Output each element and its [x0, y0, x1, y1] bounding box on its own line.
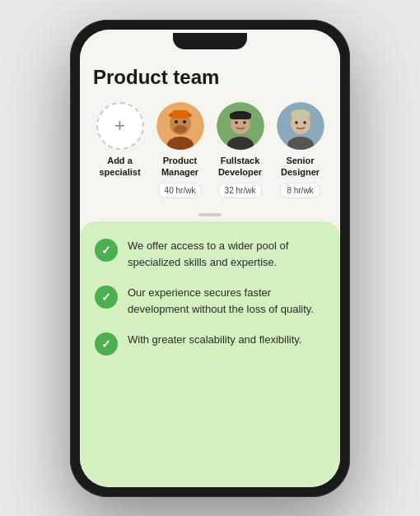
team-title: Product team: [93, 66, 327, 89]
notch: [173, 33, 247, 49]
svg-point-7: [174, 125, 187, 133]
team-members: + Add aspecialist: [93, 102, 327, 199]
member-fd-rate: 32 hr/wk: [218, 183, 263, 198]
avatar-pm: [156, 102, 204, 150]
check-icon-2: ✓: [101, 291, 111, 303]
member-pm: Product Manager 40 hr/wk: [153, 102, 207, 199]
member-pm-rate: 40 hr/wk: [158, 183, 203, 198]
svg-point-5: [175, 120, 178, 123]
benefit-item-2: ✓ Our experience secures faster developm…: [95, 285, 325, 317]
svg-point-13: [235, 121, 238, 124]
benefits-panel: ✓ We offer access to a wider pool of spe…: [80, 221, 340, 486]
member-sd-rate: 8 hr/wk: [280, 183, 320, 198]
svg-point-19: [295, 121, 298, 124]
add-specialist-avatar[interactable]: +: [96, 102, 144, 150]
svg-rect-12: [230, 113, 251, 119]
benefit-text-1: We offer access to a wider pool of speci…: [128, 238, 325, 270]
benefit-text-3: With greater scalability and flexibility…: [128, 332, 301, 348]
add-specialist-item[interactable]: + Add aspecialist: [93, 102, 147, 179]
app-content: Product team + Add aspecialist: [80, 53, 340, 487]
phone-screen: Product team + Add aspecialist: [80, 30, 340, 487]
benefit-item-3: ✓ With greater scalability and flexibili…: [95, 332, 325, 356]
member-sd-label: Senior Designer: [273, 155, 327, 179]
top-bar: [80, 30, 340, 53]
svg-point-20: [303, 121, 306, 124]
add-specialist-label: Add aspecialist: [99, 155, 140, 179]
avatar-fd: [217, 102, 264, 150]
avatar-fd-svg: [217, 102, 264, 150]
benefit-text-2: Our experience secures faster developmen…: [128, 285, 325, 317]
benefit-item-1: ✓ We offer access to a wider pool of spe…: [95, 238, 325, 270]
member-sd: Senior Designer 8 hr/wk: [273, 102, 327, 199]
svg-point-6: [183, 120, 186, 123]
check-circle-2: ✓: [95, 286, 118, 309]
member-fd: Fullstack Developer 32 hr/wk: [213, 102, 267, 199]
scroll-dot: [198, 213, 222, 216]
check-circle-3: ✓: [95, 332, 118, 356]
phone-frame: Product team + Add aspecialist: [70, 20, 350, 497]
member-pm-label: Product Manager: [153, 155, 207, 179]
avatar-sd: [277, 102, 324, 150]
svg-point-14: [243, 121, 246, 124]
check-circle-1: ✓: [95, 239, 118, 262]
check-icon-1: ✓: [101, 244, 111, 256]
team-section: Product team + Add aspecialist: [80, 53, 340, 209]
scroll-indicator: [80, 208, 340, 221]
check-icon-3: ✓: [101, 338, 111, 350]
svg-rect-4: [171, 110, 189, 119]
svg-point-18: [291, 109, 310, 119]
plus-icon: +: [114, 115, 125, 137]
avatar-pm-svg: [156, 102, 204, 150]
member-fd-label: Fullstack Developer: [213, 155, 267, 179]
avatar-sd-svg: [277, 102, 324, 150]
